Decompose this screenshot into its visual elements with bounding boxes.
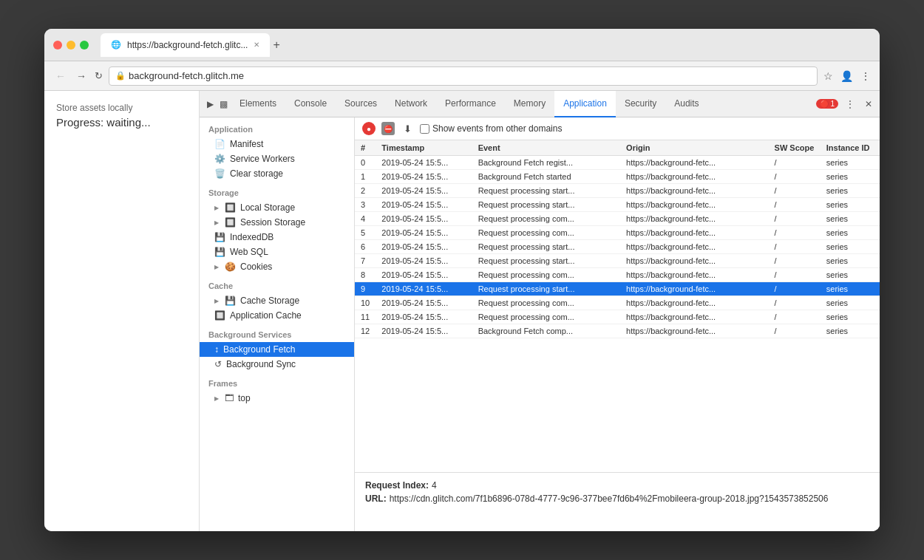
col-header-instance-id: Instance ID [821,140,880,156]
close-button[interactable] [53,41,62,49]
table-row[interactable]: 7 2019-05-24 15:5... Request processing … [355,254,880,268]
cell-scope: / [769,324,821,338]
sidebar-indexeddb-label: IndexedDB [230,232,274,242]
cell-instance: series [821,170,880,184]
cell-timestamp: 2019-05-24 15:5... [376,254,472,268]
sidebar-item-clear-storage[interactable]: 🗑️ Clear storage [200,166,354,181]
cell-event: Request processing start... [472,198,620,212]
reload-button[interactable]: ↻ [95,70,103,81]
sidebar-item-top[interactable]: ▶ 🗔 top [200,391,354,406]
error-badge: 🔴 1 [816,99,838,109]
address-input[interactable]: 🔒 background-fetch.glitch.me [109,66,818,86]
cell-origin: https://background-fetc... [620,268,768,282]
cell-timestamp: 2019-05-24 15:5... [376,212,472,226]
sidebar-item-manifest[interactable]: 📄 Manifest [200,137,354,151]
service-workers-icon: ⚙️ [214,154,225,164]
tab-sources[interactable]: Sources [336,91,386,117]
table-row[interactable]: 6 2019-05-24 15:5... Request processing … [355,240,880,254]
page-subtitle: Progress: waiting... [56,116,187,129]
table-row[interactable]: 1 2019-05-24 15:5... Background Fetch st… [355,170,880,184]
section-frames: Frames [200,372,354,391]
browser-tab[interactable]: 🌐 https://background-fetch.glitc... ✕ [101,33,270,57]
cell-num: 9 [355,282,376,296]
sidebar-item-application-cache[interactable]: 🔲 Application Cache [200,308,354,323]
table-row[interactable]: 10 2019-05-24 15:5... Request processing… [355,296,880,310]
error-icon: 🔴 [820,100,829,108]
browser-window: 🌐 https://background-fetch.glitc... ✕ + … [44,29,880,531]
table-row[interactable]: 9 2019-05-24 15:5... Request processing … [355,282,880,296]
close-devtools-icon[interactable]: ✕ [862,96,875,112]
cell-event: Request processing com... [472,310,620,324]
sidebar-session-storage-label: Session Storage [240,217,305,228]
download-button[interactable]: ⬇ [401,122,414,135]
detail-request-index-row: Request Index: 4 [365,480,869,491]
sidebar-application-cache-label: Application Cache [230,310,302,321]
cell-event: Background Fetch comp... [472,324,620,338]
sidebar-item-background-sync[interactable]: ↺ Background Sync [200,357,354,372]
background-sync-icon: ↺ [214,359,222,369]
table-scroll[interactable]: # Timestamp Event Origin SW Scope Instan… [355,140,880,472]
devtools-select-icon[interactable]: ▶ [204,96,217,112]
tab-network[interactable]: Network [386,91,436,117]
maximize-button[interactable] [80,41,89,49]
show-events-checkbox-label[interactable]: Show events from other domains [420,123,562,134]
table-row[interactable]: 12 2019-05-24 15:5... Background Fetch c… [355,324,880,338]
show-events-checkbox[interactable] [420,124,429,134]
table-row[interactable]: 5 2019-05-24 15:5... Request processing … [355,226,880,240]
tab-memory[interactable]: Memory [505,91,554,117]
title-bar: 🌐 https://background-fetch.glitc... ✕ + [44,29,880,61]
request-index-value: 4 [432,480,437,491]
new-tab-button[interactable]: + [273,38,279,52]
table-row[interactable]: 11 2019-05-24 15:5... Request processing… [355,310,880,324]
record-button[interactable]: ● [362,122,376,135]
menu-icon[interactable]: ⋮ [860,70,871,82]
tab-performance[interactable]: Performance [436,91,505,117]
sidebar-item-web-sql[interactable]: 💾 Web SQL [200,245,354,259]
cell-event: Request processing start... [472,254,620,268]
traffic-lights [53,41,89,49]
section-application: Application [200,117,354,137]
sidebar-item-background-fetch[interactable]: ↕ Background Fetch [200,342,354,357]
sidebar-item-indexeddb[interactable]: 💾 IndexedDB [200,230,354,245]
section-storage: Storage [200,181,354,200]
forward-button[interactable]: → [74,70,89,82]
profile-icon[interactable]: 👤 [840,70,853,82]
table-row[interactable]: 0 2019-05-24 15:5... Background Fetch re… [355,156,880,170]
tab-bar: 🌐 https://background-fetch.glitc... ✕ + [101,33,871,57]
cell-scope: / [769,212,821,226]
sidebar: Application 📄 Manifest ⚙️ Service Worker… [200,117,355,531]
tab-elements[interactable]: Elements [231,91,285,117]
stop-button[interactable]: ⛔ [381,122,395,135]
sidebar-item-local-storage[interactable]: ▶ 🔲 Local Storage [200,200,354,215]
minimize-button[interactable] [67,41,75,49]
more-options-icon[interactable]: ⋮ [843,96,857,112]
back-button[interactable]: ← [53,70,68,82]
table-row[interactable]: 4 2019-05-24 15:5... Request processing … [355,212,880,226]
col-header-event: Event [472,140,620,156]
cell-origin: https://background-fetc... [620,240,768,254]
tab-application[interactable]: Application [554,91,616,117]
sidebar-item-cookies[interactable]: ▶ 🍪 Cookies [200,259,354,274]
table-row[interactable]: 3 2019-05-24 15:5... Request processing … [355,198,880,212]
cell-timestamp: 2019-05-24 15:5... [376,310,472,324]
sidebar-item-cache-storage[interactable]: ▶ 💾 Cache Storage [200,293,354,308]
manifest-icon: 📄 [214,139,225,149]
tab-close-button[interactable]: ✕ [254,41,259,49]
bookmark-icon[interactable]: ☆ [823,70,833,82]
cell-num: 7 [355,254,376,268]
table-header-row: # Timestamp Event Origin SW Scope Instan… [355,140,880,156]
cell-event: Request processing start... [472,240,620,254]
sidebar-item-service-workers[interactable]: ⚙️ Service Workers [200,151,354,166]
table-row[interactable]: 2 2019-05-24 15:5... Request processing … [355,184,880,198]
table-row[interactable]: 8 2019-05-24 15:5... Request processing … [355,268,880,282]
tab-console[interactable]: Console [285,91,336,117]
cell-instance: series [821,296,880,310]
devtools-device-icon[interactable]: ▩ [217,96,231,112]
section-cache: Cache [200,274,354,293]
cell-timestamp: 2019-05-24 15:5... [376,296,472,310]
col-header-num: # [355,140,376,156]
cell-scope: / [769,254,821,268]
tab-audits[interactable]: Audits [665,91,707,117]
tab-security[interactable]: Security [616,91,665,117]
sidebar-item-session-storage[interactable]: ▶ 🔲 Session Storage [200,215,354,230]
